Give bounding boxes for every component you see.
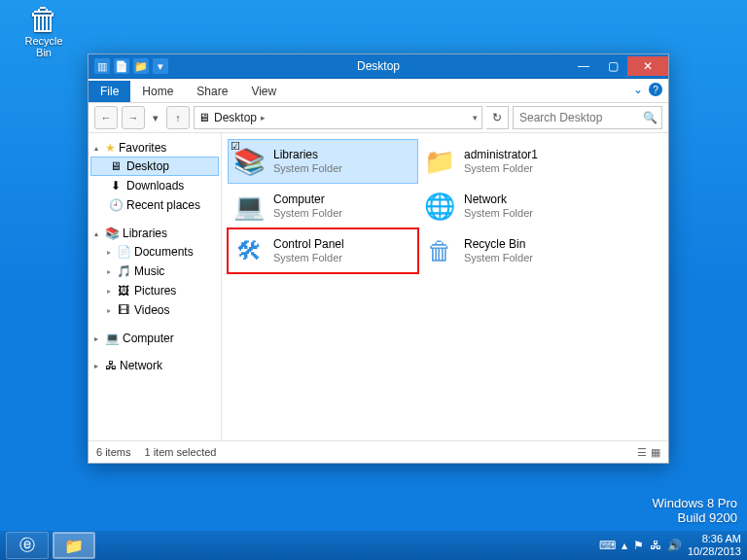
address-bar[interactable]: 🖥 Desktop ▸ ▾ xyxy=(194,106,482,129)
expand-icon[interactable]: ▸ xyxy=(107,287,111,296)
ie-icon: ⓔ xyxy=(19,536,35,556)
tree-item-icon: 📄 xyxy=(117,245,130,259)
close-button[interactable]: ✕ xyxy=(627,56,668,76)
desktop-recycle-bin[interactable]: 🗑 Recycle Bin xyxy=(18,4,70,58)
tree-item-icon: 🎵 xyxy=(117,264,130,278)
tab-view[interactable]: View xyxy=(239,81,288,102)
tree-lib-item[interactable]: ▸🖼Pictures xyxy=(100,281,219,300)
tree-lib-item[interactable]: ▸🎵Music xyxy=(100,262,219,281)
item-icon: 🛠 xyxy=(232,234,266,267)
recycle-bin-icon: 🗑 xyxy=(18,4,70,35)
libraries-icon: 📚 xyxy=(105,227,120,240)
tray-network-icon[interactable]: 🖧 xyxy=(650,539,661,552)
ribbon-expand-icon[interactable]: ⌄ xyxy=(633,83,643,96)
item-name: Control Panel xyxy=(273,237,344,251)
folder-item[interactable]: ☑🗑Recycle BinSystem Folder xyxy=(418,228,609,273)
folder-item[interactable]: ☑🌐NetworkSystem Folder xyxy=(418,184,609,228)
tree-favorites-header[interactable]: ▴ ★ Favorites xyxy=(90,139,219,157)
folder-item[interactable]: ☑📚LibrariesSystem Folder xyxy=(228,139,418,184)
maximize-button[interactable]: ▢ xyxy=(598,56,627,76)
nav-tree: ▴ ★ Favorites 🖥Desktop⬇Downloads🕘Recent … xyxy=(89,133,222,440)
tree-lib-item[interactable]: ▸🎞Videos xyxy=(100,300,219,320)
watermark: Windows 8 Pro Build 9200 xyxy=(653,496,737,525)
content-pane[interactable]: ☑📚LibrariesSystem Folder☑📁administrator1… xyxy=(222,133,668,440)
item-name: Libraries xyxy=(273,148,342,161)
expand-icon[interactable]: ▸ xyxy=(107,267,111,276)
tree-item-label: Documents xyxy=(134,245,194,259)
tray-date[interactable]: 10/28/2013 xyxy=(688,545,741,558)
item-type: System Folder xyxy=(464,161,538,175)
tree-item-icon: 🖥 xyxy=(109,159,123,173)
status-selected: 1 item selected xyxy=(144,446,216,458)
address-icon: 🖥 xyxy=(198,111,210,124)
tray-flag-icon[interactable]: ⚑ xyxy=(633,539,644,552)
search-input[interactable] xyxy=(517,110,658,125)
search-box[interactable]: 🔍 xyxy=(513,106,662,129)
taskbar-ie[interactable]: ⓔ xyxy=(6,532,49,559)
qat-dropdown-icon[interactable]: ▾ xyxy=(153,58,168,74)
tab-home[interactable]: Home xyxy=(130,81,185,102)
folder-icon: 📁 xyxy=(64,537,84,555)
up-button[interactable]: ↑ xyxy=(166,106,190,129)
tree-item-icon: 🖼 xyxy=(117,284,130,298)
view-large-icon[interactable]: ▦ xyxy=(651,446,660,459)
item-type: System Folder xyxy=(273,251,344,264)
refresh-button[interactable]: ↻ xyxy=(486,106,509,129)
titlebar[interactable]: ▥ 📄 📁 ▾ Desktop — ▢ ✕ xyxy=(89,54,668,79)
tree-network[interactable]: ▸ 🖧 Network xyxy=(90,357,219,374)
expand-icon[interactable]: ▸ xyxy=(107,248,111,257)
item-icon: 💻 xyxy=(232,190,266,223)
folder-item[interactable]: ☑📁administrator1System Folder xyxy=(418,139,609,184)
tree-computer[interactable]: ▸ 💻 Computer xyxy=(90,330,219,347)
tree-favorites-label: Favorites xyxy=(119,141,166,155)
help-icon[interactable]: ? xyxy=(649,83,662,96)
expand-icon[interactable]: ▸ xyxy=(94,334,102,343)
tree-item-icon: 🕘 xyxy=(109,198,123,212)
folder-item[interactable]: ☑💻ComputerSystem Folder xyxy=(228,184,418,228)
view-details-icon[interactable]: ☰ xyxy=(637,446,647,459)
breadcrumb-chevron-icon[interactable]: ▸ xyxy=(261,113,266,122)
computer-icon: 💻 xyxy=(105,332,120,345)
tree-fav-item[interactable]: ⬇Downloads xyxy=(90,176,219,195)
tree-fav-item[interactable]: 🖥Desktop xyxy=(90,157,219,176)
ribbon: File Home Share View ⌄ ? xyxy=(89,79,668,103)
expand-icon[interactable]: ▸ xyxy=(94,362,102,370)
tab-file[interactable]: File xyxy=(89,81,130,102)
address-dropdown-icon[interactable]: ▾ xyxy=(473,113,478,122)
tray-time[interactable]: 8:36 AM xyxy=(688,533,741,545)
explorer-window: ▥ 📄 📁 ▾ Desktop — ▢ ✕ File Home Share Vi… xyxy=(88,53,669,464)
tree-lib-item[interactable]: ▸📄Documents xyxy=(100,242,219,262)
item-type: System Folder xyxy=(273,206,342,220)
item-icon: 🌐 xyxy=(423,190,456,223)
tab-share[interactable]: Share xyxy=(185,81,239,102)
tree-item-label: Desktop xyxy=(126,159,169,173)
collapse-icon[interactable]: ▴ xyxy=(94,229,102,238)
qat-properties-icon[interactable]: ▥ xyxy=(94,58,110,74)
tree-fav-item[interactable]: 🕘Recent places xyxy=(90,195,219,215)
tree-libraries-header[interactable]: ▴ 📚 Libraries xyxy=(90,225,219,242)
system-tray: ⌨ ▴ ⚑ 🖧 🔊 8:36 AM 10/28/2013 xyxy=(599,533,741,558)
qat-newfolder-icon[interactable]: 📄 xyxy=(114,58,129,74)
qat-folder-icon[interactable]: 📁 xyxy=(133,58,149,74)
tray-keyboard-icon[interactable]: ⌨ xyxy=(599,539,616,552)
recent-locations-button[interactable]: ▾ xyxy=(149,107,162,128)
tray-volume-icon[interactable]: 🔊 xyxy=(667,539,682,552)
back-button[interactable]: ← xyxy=(94,106,118,129)
item-icon: 🗑 xyxy=(423,234,456,267)
collapse-icon[interactable]: ▴ xyxy=(94,144,102,153)
forward-button[interactable]: → xyxy=(122,106,145,129)
quick-access-toolbar: ▥ 📄 📁 ▾ xyxy=(94,58,168,74)
tree-item-icon: 🎞 xyxy=(117,303,130,317)
taskbar-explorer[interactable]: 📁 xyxy=(53,532,95,559)
folder-item[interactable]: ☑🛠Control PanelSystem Folder xyxy=(228,228,418,273)
tree-item-label: Recent places xyxy=(126,198,200,212)
item-name: Recycle Bin xyxy=(464,237,533,251)
minimize-button[interactable]: — xyxy=(569,56,598,76)
expand-icon[interactable]: ▸ xyxy=(107,306,111,315)
desktop-icon-label: Recycle Bin xyxy=(18,35,70,58)
tree-item-icon: ⬇ xyxy=(109,179,123,192)
tree-item-label: Downloads xyxy=(126,179,184,192)
tray-chevron-icon[interactable]: ▴ xyxy=(622,539,627,552)
breadcrumb[interactable]: Desktop xyxy=(214,111,257,124)
tree-libraries-label: Libraries xyxy=(123,227,167,240)
